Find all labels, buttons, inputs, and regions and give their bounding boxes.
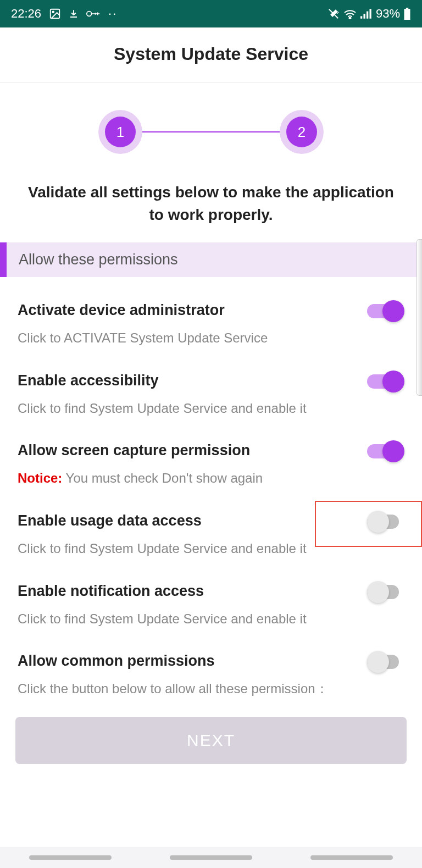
- vibrate-icon: [327, 8, 340, 20]
- toggle-usage-data[interactable]: [367, 511, 404, 533]
- svg-rect-4: [360, 16, 362, 18]
- battery-icon: [403, 8, 411, 20]
- svg-rect-7: [369, 9, 371, 19]
- permission-device-admin[interactable]: Activate device administrator Click to A…: [18, 288, 404, 358]
- permission-title: Allow common permissions: [18, 653, 404, 670]
- nav-back[interactable]: [310, 855, 393, 860]
- permission-common[interactable]: Allow common permissions Click the butto…: [18, 639, 404, 709]
- svg-point-3: [349, 18, 351, 19]
- wifi-icon: [343, 8, 357, 19]
- toggle-accessibility[interactable]: [367, 371, 404, 392]
- page-title: System Update Service: [11, 44, 411, 64]
- permission-notification[interactable]: Enable notification access Click to find…: [18, 569, 404, 639]
- svg-point-2: [87, 12, 92, 16]
- svg-rect-8: [406, 8, 408, 9]
- app-header: System Update Service: [0, 27, 422, 82]
- key-icon: [86, 9, 101, 18]
- step-1: 1: [98, 110, 142, 154]
- permission-title: Enable accessibility: [18, 372, 404, 389]
- status-bar: 22:26 ·· 93%: [0, 0, 422, 27]
- status-left: 22:26 ··: [11, 7, 117, 21]
- permissions-section-header: Allow these permissions: [0, 242, 422, 277]
- permission-title: Activate device administrator: [18, 302, 404, 319]
- step-2-number: 2: [286, 117, 317, 147]
- battery-percent: 93%: [376, 7, 400, 21]
- notice-text: You must check Don't show again: [62, 471, 263, 485]
- nav-home[interactable]: [170, 855, 252, 860]
- toggle-common[interactable]: [367, 651, 404, 673]
- permission-screen-capture[interactable]: Allow screen capture permission Notice: …: [18, 428, 404, 499]
- scroll-indicator[interactable]: [417, 239, 422, 396]
- step-connector: [142, 131, 280, 132]
- toggle-screen-capture[interactable]: [367, 440, 404, 462]
- permissions-list: Activate device administrator Click to A…: [0, 277, 422, 709]
- svg-rect-6: [367, 12, 368, 19]
- step-1-number: 1: [105, 117, 136, 147]
- toggle-notification[interactable]: [367, 581, 404, 603]
- navigation-bar: [0, 847, 422, 868]
- notice-label: Notice:: [18, 471, 62, 485]
- status-right: 93%: [327, 7, 411, 21]
- progress-stepper: 1 2: [0, 82, 422, 181]
- svg-point-1: [52, 11, 54, 13]
- instruction-text: Validate all settings below to make the …: [0, 181, 422, 242]
- signal-icon: [360, 9, 373, 19]
- next-button[interactable]: NEXT: [15, 717, 407, 764]
- permission-desc: Click to find System Update Service and …: [18, 399, 404, 418]
- picture-icon: [49, 8, 61, 20]
- more-icon: ··: [108, 7, 117, 21]
- permission-usage-data[interactable]: Enable usage data access Click to find S…: [18, 499, 404, 569]
- permission-accessibility[interactable]: Enable accessibility Click to find Syste…: [18, 358, 404, 429]
- permission-desc: Click to ACTIVATE System Update Service: [18, 329, 404, 347]
- svg-rect-5: [363, 14, 365, 19]
- nav-recent[interactable]: [29, 855, 112, 860]
- permission-desc: Click to find System Update Service and …: [18, 610, 404, 628]
- permission-desc: Click the button below to allow all thes…: [18, 679, 404, 698]
- svg-rect-9: [404, 9, 410, 20]
- toggle-device-admin[interactable]: [367, 300, 404, 322]
- permission-desc: Notice: You must check Don't show again: [18, 469, 404, 488]
- permission-title: Allow screen capture permission: [18, 442, 404, 459]
- step-2: 2: [280, 110, 324, 154]
- download-icon: [69, 8, 79, 20]
- permission-title: Enable notification access: [18, 583, 404, 600]
- status-time: 22:26: [11, 7, 41, 21]
